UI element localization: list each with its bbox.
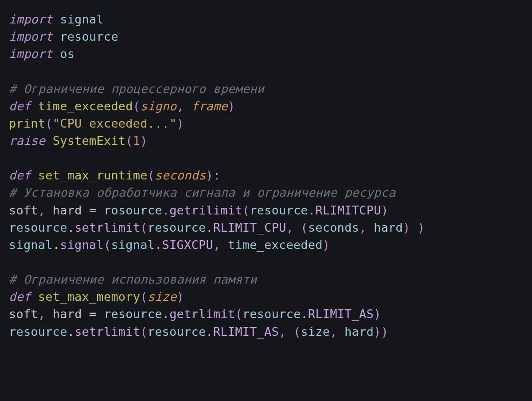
code-token: seconds [308,221,359,234]
code-token: , [279,325,286,339]
code-line[interactable]: resource.setrlimit(resource.RLIMIT_AS, (… [9,323,523,340]
code-line[interactable]: # Ограничение процессерного времени [9,80,523,97]
code-token: hard [53,203,82,217]
code-line[interactable] [9,149,523,167]
code-token: SystemExit [53,134,126,148]
code-line[interactable]: import resource [9,28,523,45]
code-token: import [9,30,53,43]
code-token: set_max_runtime [38,168,148,182]
code-line[interactable]: soft, hard = resource.getrlimit(resource… [9,305,523,323]
code-token: . [67,221,74,234]
code-token: print [9,117,45,130]
code-token: resource [9,221,67,234]
code-line[interactable]: import os [9,45,523,62]
code-token: hard [53,307,82,321]
code-token: ) [177,117,184,130]
code-token: resource [243,307,301,321]
code-token: ( [301,221,308,234]
code-token: RLIMIT_CPU [213,221,286,234]
code-token: ( [104,238,111,252]
code-token: raise [9,134,45,148]
code-line[interactable] [9,62,523,80]
code-token: ( [293,325,301,339]
code-token: time_exceeded [228,238,323,252]
code-token: time_exceeded [38,99,133,113]
code-line[interactable]: def time_exceeded(signo, frame) [9,97,523,115]
code-token: ) [374,307,381,321]
code-token: signal [60,238,104,252]
code-token: ( [125,134,133,148]
code-token: ) [418,221,425,234]
code-token: . [67,325,74,339]
code-token: def [9,99,31,113]
code-line[interactable]: def set_max_memory(size) [9,288,523,305]
code-token: resource [9,325,67,339]
code-token: SIGXCPU [162,238,213,252]
code-token: ( [148,168,155,182]
code-token: os [60,47,74,61]
code-line[interactable]: print("CPU exceeded...") [9,115,523,132]
code-token: , [213,238,220,252]
code-token: signal [60,12,104,26]
code-token: )) [374,325,388,339]
code-token: = [89,203,96,217]
code-token: , [38,307,45,321]
code-token: ( [133,99,140,113]
code-token: RLIMITCPU [315,203,381,217]
code-editor[interactable]: import signalimport resourceimport os # … [0,0,532,351]
code-token: RLIMIT_AS [308,307,374,321]
code-token: frame [191,99,227,113]
code-token: ) [323,238,330,252]
code-token: getrilimit [169,203,243,217]
code-line[interactable] [9,253,523,271]
code-token: ( [235,307,242,321]
code-token: . [206,221,213,234]
code-token: import [9,47,53,61]
code-token: # Ограничение процессерного времени [9,82,264,96]
code-token: resource [148,221,206,234]
code-token: RLIMIT_AS [213,325,279,339]
code-token: ( [45,117,52,130]
code-line[interactable]: # Ограничение использования памяти [9,271,523,288]
code-line[interactable]: def set_max_runtime(seconds): [9,167,523,184]
code-token: ) [177,290,184,304]
code-token: ( [243,203,250,217]
code-token: . [308,203,315,217]
code-token: size [301,325,330,339]
code-line[interactable]: soft, hard = rosource.getrilimit(resourc… [9,202,523,219]
code-token: resource [250,203,308,217]
code-token: . [301,307,308,321]
code-token: hard [344,325,374,339]
code-token: , [286,221,293,234]
code-token: def [9,290,31,304]
code-token: hard [374,221,403,234]
code-token: resource [104,307,162,321]
code-token: rosource [104,203,162,217]
code-token: size [148,290,177,304]
code-line[interactable]: raise SystemExit(1) [9,132,523,149]
code-token: soft [9,203,38,217]
code-token: ) [403,221,410,234]
code-token: 1 [133,134,140,148]
code-token: setrlimit [74,325,140,339]
code-token: ) [140,134,147,148]
code-token: ( [140,325,147,339]
code-token: signo [140,99,176,113]
code-token: , [177,99,184,113]
code-token: ( [140,290,147,304]
code-line[interactable]: import signal [9,11,523,28]
code-token: resource [148,325,206,339]
code-line[interactable]: # Установка обработчика сигнала и ограни… [9,184,523,201]
code-token: ): [206,168,220,182]
code-token: . [155,238,162,252]
code-token: ) [228,99,235,113]
code-token: . [206,325,213,339]
code-token: signal [111,238,155,252]
code-token: = [89,307,96,321]
code-line[interactable]: resource.setrlimit(resource.RLIMIT_CPU, … [9,219,523,236]
code-line[interactable]: signal.signal(signal.SIGXCPU, time_excee… [9,236,523,253]
code-token: def [9,168,31,182]
code-token: , [330,325,337,339]
code-token: resource [60,30,118,43]
code-token: . [162,307,169,321]
